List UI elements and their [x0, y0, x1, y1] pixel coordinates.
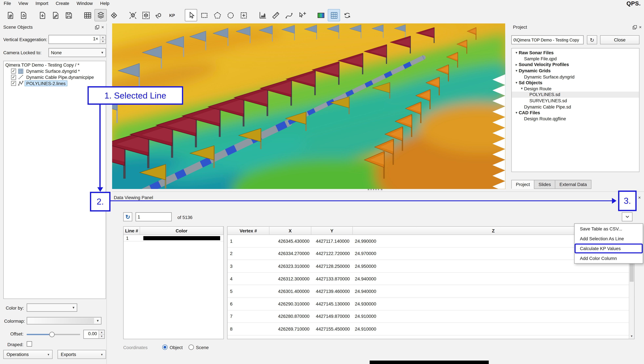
- expander-open-icon[interactable]: ▾: [520, 87, 524, 91]
- project-tree-item-polylines-sd[interactable]: POLYLINES.sd: [512, 92, 639, 98]
- select-all-button[interactable]: [237, 9, 250, 21]
- reprocess-doc-button[interactable]: [4, 9, 16, 21]
- scene-tree-item-polylines[interactable]: ✓ POLYLINES-2.lines: [4, 80, 106, 86]
- visibility-checkbox[interactable]: ✓: [11, 75, 16, 80]
- menu-item-create[interactable]: Create: [52, 1, 73, 6]
- colormap-tool-button[interactable]: [314, 9, 327, 21]
- expander-open-icon[interactable]: ▾: [514, 81, 519, 84]
- object-radio[interactable]: [162, 344, 168, 350]
- offset-slider-handle[interactable]: [49, 332, 55, 337]
- save-button[interactable]: [62, 9, 75, 21]
- select-rect-button[interactable]: [198, 9, 210, 21]
- colormap-select[interactable]: ▾: [27, 317, 102, 324]
- color-by-select[interactable]: ▾: [27, 304, 77, 312]
- project-tree-item-sd-objects[interactable]: ▾Sd Objects: [512, 80, 639, 86]
- vertex-row[interactable]: 4426312.3000004427133.87000024.940000: [228, 272, 634, 285]
- rotate-view-button[interactable]: [341, 9, 353, 21]
- select-circle-button[interactable]: [224, 9, 236, 21]
- object-radio-label[interactable]: Object: [170, 345, 183, 350]
- menu-item-save-table-as-csv[interactable]: Save Table as CSV...: [574, 224, 643, 234]
- scene-tree-root[interactable]: Qimera TOP Demo - Testing Copy / *: [4, 62, 106, 68]
- camera-locked-select[interactable]: None ▾: [48, 48, 106, 57]
- vertex-row[interactable]: 6426290.3100004427145.13000024.930000: [228, 298, 634, 310]
- visibility-checkbox[interactable]: ✓: [11, 69, 16, 74]
- expander-open-icon[interactable]: ▾: [514, 111, 519, 114]
- menu-item-file[interactable]: File: [0, 1, 15, 6]
- project-tree-item-sound-velocity-profiles[interactable]: ▸Sound Velocity Profiles: [512, 62, 639, 68]
- stepper-down-icon[interactable]: ▼: [100, 40, 106, 44]
- scene-radio-label[interactable]: Scene: [196, 345, 209, 350]
- spline-tool-button[interactable]: [282, 9, 295, 21]
- tab-slides[interactable]: Slides: [534, 180, 555, 189]
- menu-item-add-color-column[interactable]: Add Color Column: [574, 253, 643, 263]
- scene-tree-item-dynamic-cable-pipe[interactable]: ✓ Dynamic Cable Pipe.dynamicpipe: [4, 74, 106, 80]
- menu-item-view[interactable]: View: [15, 1, 32, 6]
- menu-item-add-selection-as-line[interactable]: Add Selection As Line: [574, 234, 643, 244]
- offset-stepper[interactable]: 0.00 ▲▼: [84, 330, 105, 339]
- project-path-input[interactable]: [512, 35, 584, 44]
- close-panel-icon[interactable]: ×: [636, 195, 642, 200]
- expander-open-icon[interactable]: ▾: [514, 69, 519, 72]
- box-rotate-button[interactable]: [153, 9, 165, 21]
- row-number-input[interactable]: [136, 212, 172, 221]
- 3d-scene-viewport[interactable]: [112, 24, 505, 189]
- project-tree-item-design-route-qgfline[interactable]: Design Route.qgfline: [512, 116, 639, 122]
- vertex-row[interactable]: 8426269.7100004427155.45000024.910000: [228, 323, 634, 336]
- box-select-button[interactable]: [140, 9, 152, 21]
- box-extents-button[interactable]: [126, 9, 139, 21]
- close-panel-icon[interactable]: ×: [638, 24, 643, 30]
- vertex-row[interactable]: 2426334.2700004427122.72000024.970000: [228, 248, 634, 260]
- profile-tool-button[interactable]: [256, 9, 269, 21]
- edit-doc-button[interactable]: [49, 9, 62, 21]
- vertex-row[interactable]: 9426258.5500004427161.03000024.900000: [228, 336, 634, 339]
- color-header[interactable]: Color: [140, 227, 224, 234]
- menu-item-calculate-kp-values[interactable]: Calculate KP Values: [574, 244, 643, 253]
- project-tree-item-surveylines-sd[interactable]: SURVEYLINES.sd: [512, 98, 639, 104]
- vertex-row[interactable]: 1426345.4300004427117.14000024.990000: [228, 235, 634, 248]
- surface-layers-button[interactable]: [94, 9, 107, 21]
- grid-table-button[interactable]: [81, 9, 94, 21]
- expander-closed-icon[interactable]: ▸: [514, 63, 519, 66]
- vertical-exaggeration-stepper[interactable]: 1× ▲▼: [48, 35, 106, 44]
- stepper-down-icon[interactable]: ▼: [99, 334, 104, 338]
- exports-button[interactable]: Exports▾: [58, 350, 106, 359]
- menu-item-window[interactable]: Window: [73, 1, 96, 6]
- table-options-dropdown-button[interactable]: [622, 212, 632, 221]
- export-doc-button[interactable]: [36, 9, 48, 21]
- scene-radio[interactable]: [188, 344, 194, 350]
- project-tree-item-dynamic-surface-dyngrid[interactable]: Dynamic Surface.dyngrid: [512, 74, 639, 80]
- draped-checkbox[interactable]: [27, 341, 32, 347]
- project-tree-item-cad-files[interactable]: ▾CAD Files: [512, 110, 639, 116]
- line-number-header[interactable]: Line #: [124, 227, 140, 234]
- project-close-button[interactable]: Close: [600, 35, 640, 44]
- line-table-row[interactable]: 1: [124, 235, 224, 242]
- add-point-tool-button[interactable]: [296, 9, 308, 21]
- x-header[interactable]: X: [270, 227, 312, 234]
- expander-open-icon[interactable]: ▾: [514, 51, 519, 54]
- measure-tool-button[interactable]: [270, 9, 282, 21]
- stepper-up-icon[interactable]: ▲: [99, 330, 104, 334]
- row-refresh-button[interactable]: ↻: [123, 212, 132, 221]
- float-panel-icon[interactable]: [632, 24, 638, 30]
- y-header[interactable]: Y: [311, 227, 353, 234]
- vertex-row[interactable]: 3426323.3100004427128.25000024.950000: [228, 260, 634, 273]
- project-tree-item-dynamic-grids[interactable]: ▾Dynamic Grids: [512, 68, 639, 74]
- tab-external-data[interactable]: External Data: [555, 180, 592, 189]
- select-cursor-button[interactable]: [185, 9, 197, 21]
- vertex-row[interactable]: 5426301.4000004427139.46000024.940000: [228, 285, 634, 298]
- operations-button[interactable]: Operations▾: [3, 350, 52, 359]
- kp-tool-button[interactable]: KP: [166, 9, 178, 21]
- menu-item-import[interactable]: Import: [32, 1, 52, 6]
- dynamic-grid-toggle-button[interactable]: [328, 9, 340, 21]
- select-polygon-button[interactable]: [211, 9, 224, 21]
- visibility-checkbox[interactable]: ✓: [11, 81, 16, 86]
- mesh-layers-button[interactable]: [108, 9, 120, 21]
- project-refresh-button[interactable]: ↻: [587, 35, 597, 44]
- splitter-handle[interactable]: [368, 189, 382, 190]
- project-tree-item-raw-sonar-files[interactable]: ▾Raw Sonar Files: [512, 50, 639, 56]
- project-tree-item-dynamic-cable-pipe-sd[interactable]: Dynamic Cable Pipe.sd: [512, 104, 639, 110]
- vertex-row[interactable]: 7426280.8700004427149.87000024.910000: [228, 310, 634, 323]
- scroll-down-icon[interactable]: ▼: [629, 334, 634, 339]
- refresh-doc-button[interactable]: [17, 9, 30, 21]
- close-panel-icon[interactable]: ×: [100, 24, 106, 30]
